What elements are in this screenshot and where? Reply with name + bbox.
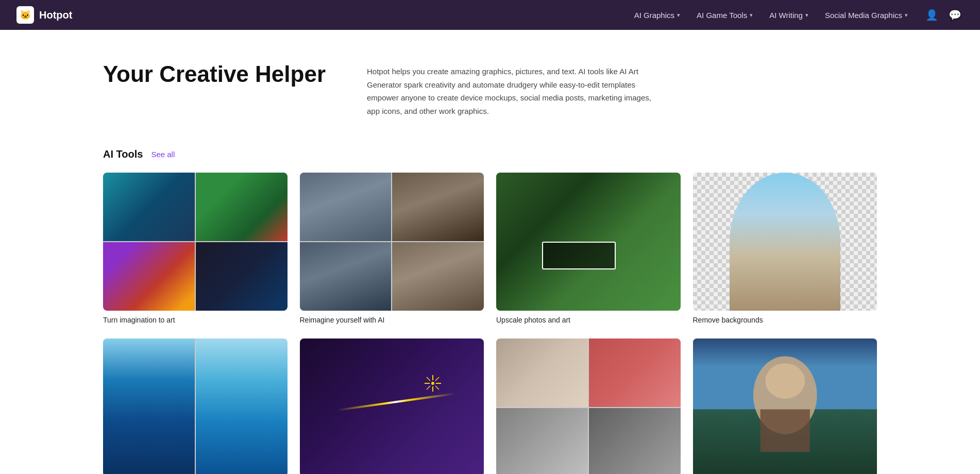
logo-text: Hotpot (39, 9, 72, 21)
nav-links: AI Graphics ▾ AI Game Tools ▾ AI Writing… (627, 7, 915, 24)
tool-image-reimagine (300, 173, 484, 311)
tool-label: Remove backgrounds (693, 316, 877, 324)
tool-image-content (496, 173, 681, 311)
tools-grid: Turn imagination to art Reimagine yourse… (103, 173, 877, 474)
mosaic-cell (103, 242, 195, 311)
tool-card-writing[interactable]: Outsource writing tasks (300, 338, 484, 474)
tool-mosaic (496, 338, 681, 474)
tool-card-reimagine[interactable]: Reimagine yourself with AI (300, 173, 484, 324)
sparkle-icon (423, 373, 443, 394)
mosaic-cell (496, 408, 588, 474)
tool-image-content (300, 338, 484, 474)
logo[interactable]: 🐱 Hotpot (16, 6, 72, 24)
tool-mosaic (103, 173, 288, 311)
nav-icons: 👤 💬 (923, 7, 964, 23)
tool-image-content (693, 173, 877, 311)
section-header: AI Tools See all (103, 148, 877, 160)
tool-card-personalize[interactable]: Personalize art (693, 338, 877, 474)
person-silhouette (730, 173, 840, 311)
svg-line-7 (435, 377, 439, 381)
user-icon[interactable]: 👤 (923, 7, 940, 23)
mosaic-cell (496, 338, 588, 407)
chevron-down-icon: ▾ (905, 12, 908, 19)
hero-description: Hotpot helps you create amazing graphics… (367, 61, 666, 117)
nav-ai-game-tools[interactable]: AI Game Tools ▾ (689, 7, 760, 24)
chat-icon[interactable]: 💬 (947, 7, 964, 23)
mosaic-cell (196, 242, 288, 311)
tool-card-remove-objects[interactable]: Remove objects (103, 338, 288, 474)
tool-image-writing (300, 338, 484, 474)
tool-label: Upscale photos and art (496, 316, 681, 324)
tool-mosaic (103, 338, 288, 474)
tool-card-remove-bg[interactable]: Remove backgrounds (693, 173, 877, 324)
mosaic-cell (103, 173, 195, 241)
tool-image-colorize (496, 338, 681, 474)
svg-point-12 (765, 363, 805, 399)
nav-ai-writing[interactable]: AI Writing ▾ (762, 7, 816, 24)
chevron-down-icon: ▾ (677, 12, 680, 19)
section-title: AI Tools (103, 148, 143, 160)
mosaic-cell (589, 338, 681, 407)
svg-line-6 (435, 386, 439, 390)
nav-social-media-graphics[interactable]: Social Media Graphics ▾ (818, 7, 915, 24)
tool-image-personalize (693, 338, 877, 474)
tool-mosaic (300, 173, 484, 311)
sparkle-line (337, 393, 456, 411)
mosaic-cell (392, 173, 484, 241)
nav-ai-graphics[interactable]: AI Graphics ▾ (627, 7, 687, 24)
mosaic-cell (103, 338, 195, 474)
hero-section: Your Creative Helper Hotpot helps you cr… (0, 30, 980, 138)
tool-card-upscale[interactable]: Upscale photos and art (496, 173, 681, 324)
mosaic-cell (196, 338, 288, 474)
mosaic-cell (300, 242, 392, 311)
logo-icon: 🐱 (16, 6, 34, 24)
eye-detail (542, 242, 616, 269)
tool-image-content (693, 338, 877, 474)
chevron-down-icon: ▾ (750, 12, 753, 19)
ai-tools-section: AI Tools See all Turn imagination to art (0, 138, 980, 474)
tool-card-imagination[interactable]: Turn imagination to art (103, 173, 288, 324)
tool-image-remove-bg (693, 173, 877, 311)
see-all-link[interactable]: See all (151, 150, 175, 159)
chevron-down-icon: ▾ (805, 12, 808, 19)
svg-line-8 (427, 386, 430, 390)
tool-image-imagination (103, 173, 288, 311)
mosaic-cell (196, 173, 288, 241)
mosaic-cell (392, 242, 484, 311)
tool-label: Reimagine yourself with AI (300, 316, 484, 324)
tool-label: Turn imagination to art (103, 316, 288, 324)
mosaic-cell (589, 408, 681, 474)
svg-line-5 (427, 377, 430, 381)
tool-image-upscale (496, 173, 681, 311)
art-painting (693, 338, 877, 474)
svg-point-0 (431, 382, 434, 385)
tool-image-remove-objects (103, 338, 288, 474)
navbar: 🐱 Hotpot AI Graphics ▾ AI Game Tools ▾ A… (0, 0, 980, 30)
mosaic-cell (300, 173, 392, 241)
svg-rect-13 (760, 410, 809, 452)
page-title: Your Creative Helper (103, 61, 326, 88)
tool-card-colorize[interactable]: Colorize old photos (496, 338, 681, 474)
